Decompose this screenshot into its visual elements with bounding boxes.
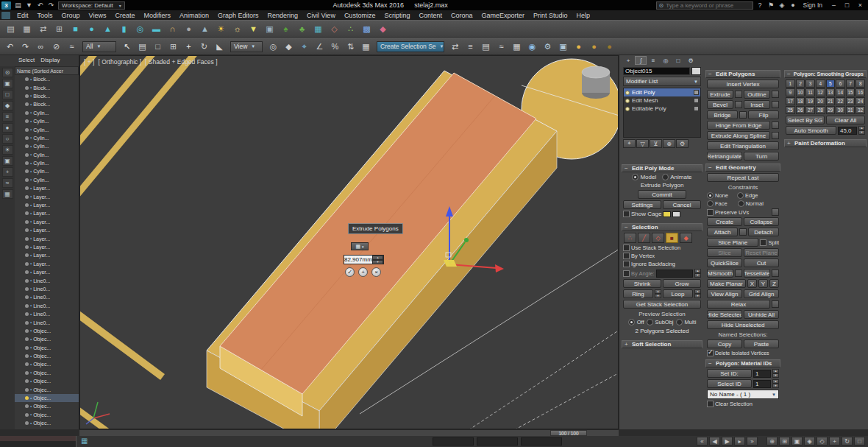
viewport-pov-menu[interactable]: [ Orthographic ] <box>98 58 141 66</box>
list-item[interactable]: ▪ Objec... <box>15 419 79 427</box>
smoothing-group-button[interactable]: 14 <box>836 88 845 96</box>
layer-manager-icon[interactable]: ▤ <box>479 40 493 54</box>
notifications-icon[interactable]: ⚑ <box>766 1 776 10</box>
smoothing-group-button[interactable]: 24 <box>855 97 865 105</box>
open-file-icon[interactable]: ▤ <box>13 1 23 10</box>
material-id-name-dropdown[interactable]: No Name - ( 1 )▼ <box>707 390 779 399</box>
display-groups-icon[interactable]: ▦ <box>2 189 13 199</box>
list-item[interactable]: ▪ Layer... <box>15 184 79 192</box>
vertex-subobject-icon[interactable]: ∴ <box>624 233 636 243</box>
manage-layers-icon[interactable]: ▤ <box>4 22 18 36</box>
foliage-icon[interactable]: ♣ <box>295 22 309 36</box>
list-item[interactable]: ▪ Cylin... <box>15 142 79 150</box>
bridge-button[interactable]: Bridge <box>707 110 738 119</box>
menu-item[interactable]: Create <box>110 12 139 19</box>
tessellate-settings-button[interactable] <box>772 270 779 277</box>
go-to-end-icon[interactable]: » <box>747 437 758 446</box>
polygon-subobject-icon[interactable]: ■ <box>666 233 678 243</box>
smoothing-group-button[interactable]: 22 <box>836 97 845 105</box>
smoothing-group-button[interactable]: 7 <box>846 80 855 88</box>
sphere-gray-icon[interactable]: ● <box>182 22 196 36</box>
select-id-field[interactable]: 1 <box>753 380 771 388</box>
split-checkbox[interactable] <box>760 239 766 246</box>
list-item[interactable]: ▪ Objec... <box>15 327 79 335</box>
model-radio[interactable] <box>632 174 638 180</box>
by-angle-checkbox[interactable] <box>623 270 630 277</box>
render-preview-icon[interactable]: ◆ <box>376 22 390 36</box>
angle-snap-icon[interactable]: ∠ <box>313 40 327 54</box>
auto-smooth-button[interactable]: Auto Smooth <box>786 126 836 135</box>
preserve-uvs-settings-button[interactable] <box>772 208 779 216</box>
menu-item[interactable]: Customize <box>340 12 380 19</box>
preview-subobj-radio[interactable] <box>647 319 653 325</box>
scene-explorer-toggle-icon[interactable]: ▦ <box>81 437 88 445</box>
node-dot-icon[interactable] <box>25 86 29 90</box>
search-box[interactable]: ⊙ <box>656 1 753 10</box>
modifier-enable-bulb-icon[interactable] <box>625 91 630 95</box>
list-item[interactable]: ▪ Objec... <box>15 394 79 402</box>
ring-spinner[interactable]: ▲▼ <box>655 289 661 298</box>
reference-coordinate-dropdown[interactable]: View▼ <box>230 41 263 52</box>
list-item[interactable]: ▪ Cylin... <box>15 109 79 117</box>
inset-button[interactable]: Inset <box>744 100 770 109</box>
smoothing-group-button[interactable]: 25 <box>786 106 795 114</box>
extrude-settings-button[interactable] <box>735 91 742 98</box>
list-item[interactable]: ▪ Block... <box>15 92 79 100</box>
node-dot-icon[interactable] <box>25 379 29 383</box>
community-icon[interactable]: ◈ <box>778 1 787 10</box>
node-dot-icon[interactable] <box>25 253 29 257</box>
select-and-rotate-icon[interactable]: ↻ <box>197 40 211 54</box>
shrink-button[interactable]: Shrink <box>623 279 661 288</box>
smoothing-group-button[interactable]: 5 <box>826 80 836 88</box>
close-button[interactable]: × <box>854 1 867 10</box>
list-item[interactable]: ▪ Layer... <box>15 218 79 226</box>
smoothing-group-button[interactable]: 3 <box>805 80 815 88</box>
node-dot-icon[interactable] <box>25 94 29 98</box>
grid-align-button[interactable]: Grid Align <box>744 289 779 298</box>
display-shapes-icon[interactable]: ○ <box>2 134 13 144</box>
by-angle-field[interactable] <box>656 270 693 278</box>
node-dot-icon[interactable] <box>25 388 29 392</box>
list-item[interactable]: ▪ Line0... <box>15 276 79 284</box>
edit-named-selections-icon[interactable]: ▦ <box>359 40 373 54</box>
loop-spinner[interactable]: ▲▼ <box>694 289 701 298</box>
edit-triangulation-button[interactable]: Edit Triangulation <box>707 141 779 150</box>
grow-button[interactable]: Grow <box>663 279 701 288</box>
retriangulate-button[interactable]: Retriangulate <box>707 152 742 161</box>
modifier-stack-item[interactable]: Editable Poly <box>624 105 700 113</box>
node-dot-icon[interactable] <box>25 228 29 232</box>
node-dot-icon[interactable] <box>25 362 29 366</box>
array-tool-icon[interactable]: ⊞ <box>52 22 66 36</box>
maximize-viewport-icon[interactable]: □ <box>854 437 865 446</box>
node-dot-icon[interactable] <box>25 329 29 333</box>
make-planar-button[interactable]: Make Planar <box>707 279 746 288</box>
hide-unselected-button[interactable]: Hide Unselected <box>707 320 779 329</box>
window-crossing-icon[interactable]: ⊞ <box>166 40 180 54</box>
scatter-icon[interactable]: ∴ <box>344 22 357 36</box>
node-dot-icon[interactable] <box>25 203 29 207</box>
constraint-normal-radio[interactable] <box>738 200 744 207</box>
node-dot-icon[interactable] <box>25 77 29 81</box>
list-item[interactable]: ▪ Cylin... <box>15 176 79 184</box>
undo-icon[interactable]: ↶ <box>3 40 17 54</box>
node-dot-icon[interactable] <box>25 144 29 148</box>
set-id-field[interactable]: 1 <box>753 370 771 378</box>
skylight-icon[interactable]: ☼ <box>230 22 244 36</box>
maximize-button[interactable]: □ <box>841 1 853 10</box>
rollout-header[interactable]: −Selection <box>622 223 702 231</box>
list-item[interactable]: ▪ Objec... <box>15 369 79 377</box>
smoothing-group-button[interactable]: 30 <box>836 106 845 114</box>
clear-all-button[interactable]: Clear All <box>826 116 865 124</box>
smoothing-group-button[interactable]: 21 <box>826 97 836 105</box>
list-item[interactable]: ▪ Cylin... <box>15 151 79 159</box>
bind-to-space-warp-icon[interactable]: ≈ <box>65 40 79 54</box>
activeshade-icon[interactable]: ● <box>602 40 616 54</box>
smoothing-group-button[interactable]: 8 <box>855 80 865 88</box>
display-cameras-icon[interactable]: ▣ <box>2 156 13 166</box>
object-name-field[interactable]: Object015 <box>623 67 690 75</box>
modifier-stack-item[interactable]: Edit Mesh <box>624 96 700 105</box>
caddy-cancel-button[interactable]: × <box>371 267 381 277</box>
tab-display-icon[interactable]: □ <box>672 56 684 65</box>
repeat-last-button[interactable]: Repeat Last <box>707 173 779 182</box>
preserve-uvs-checkbox[interactable] <box>707 209 714 216</box>
